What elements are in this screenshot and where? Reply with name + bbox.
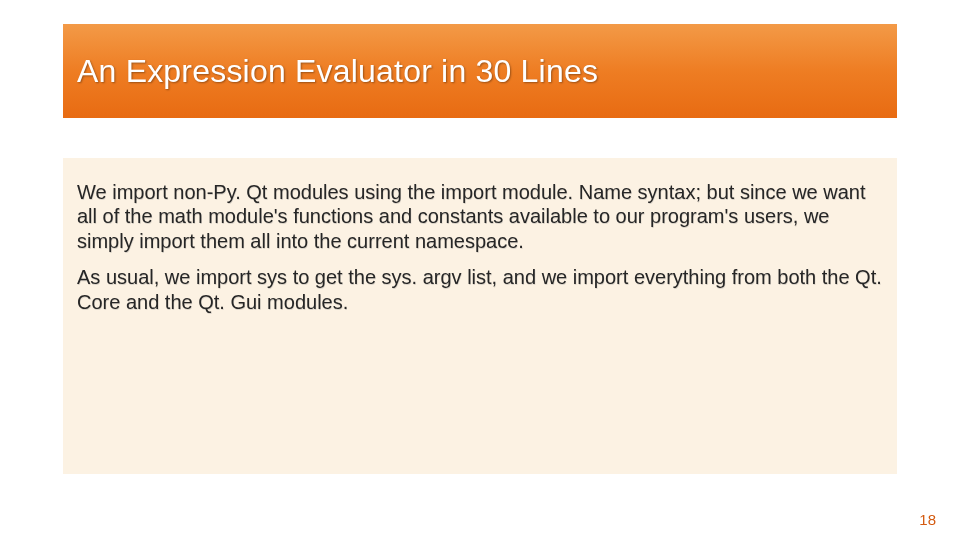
page-number: 18 — [919, 511, 936, 528]
paragraph-1: We import non-Py. Qt modules using the i… — [77, 180, 883, 253]
slide: An Expression Evaluator in 30 Lines We i… — [0, 0, 960, 540]
paragraph-2: As usual, we import sys to get the sys. … — [77, 265, 883, 314]
slide-title: An Expression Evaluator in 30 Lines — [77, 53, 598, 90]
body-box: We import non-Py. Qt modules using the i… — [63, 158, 897, 474]
title-bar: An Expression Evaluator in 30 Lines — [63, 24, 897, 118]
